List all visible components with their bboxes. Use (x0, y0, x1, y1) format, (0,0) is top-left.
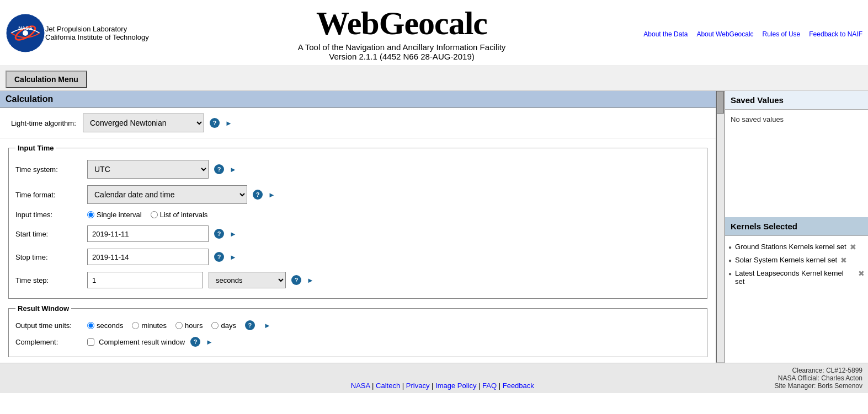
kernel-label-3: Latest Leapseconds Kernel kernel set (735, 269, 855, 286)
feedback-link[interactable]: Feedback to NAIF (809, 30, 862, 38)
kernel-remove-1[interactable]: ✖ (850, 243, 856, 251)
light-time-select[interactable]: Converged Newtonian Newtonian Aberration… (83, 114, 204, 132)
footer-privacy-link[interactable]: Privacy (406, 381, 430, 390)
output-seconds-radio[interactable] (87, 322, 94, 329)
stop-time-label: Stop time: (15, 253, 82, 261)
list-intervals-radio[interactable] (151, 211, 158, 218)
input-time-legend: Input Time (15, 144, 56, 152)
output-seconds-text: seconds (97, 321, 123, 330)
kernel-bullet-3: ● (728, 271, 732, 277)
output-days-radio[interactable] (211, 322, 219, 329)
complement-row: Complement: Complement result window ? ► (15, 334, 700, 350)
kernel-bullet-1: ● (728, 244, 732, 250)
footer-links: NASA | Caltech | Privacy | Image Policy … (110, 381, 775, 390)
calc-menu-button[interactable]: Calculation Menu (6, 71, 87, 88)
top-nav: About the Data About WebGeocalc Rules of… (643, 28, 862, 38)
main-area: Calculation Light-time algorithm: Conver… (0, 91, 868, 363)
input-times-label: Input times: (15, 211, 82, 219)
time-format-label: Time format: (15, 191, 82, 199)
footer-caltech-link[interactable]: Caltech (376, 381, 400, 390)
output-minutes-label[interactable]: minutes (132, 321, 167, 330)
time-step-help-icon[interactable]: ? (291, 275, 301, 285)
start-time-input[interactable] (87, 225, 209, 242)
complement-help-icon[interactable]: ? (190, 337, 200, 347)
complement-label: Complement: (15, 338, 82, 346)
footer-clearance: Clearance: CL#12-5899 (775, 367, 862, 374)
site-subtitle: A Tool of the Navigation and Ancillary I… (160, 42, 644, 52)
output-hours-text: hours (185, 321, 203, 330)
output-hours-label[interactable]: hours (175, 321, 203, 330)
time-format-select[interactable]: Calendar date and time Julian Date Day-o… (87, 185, 247, 204)
time-system-select[interactable]: UTC TDB TDT SCLK (87, 160, 209, 179)
time-system-row: Time system: UTC TDB TDT SCLK ? ► (15, 157, 700, 182)
kernel-item-1: ● Ground Stations Kernels kernel set ✖ (728, 240, 865, 254)
site-version: Version 2.1.1 (4452 N66 28-AUG-2019) (160, 52, 644, 61)
output-days-label[interactable]: days (211, 321, 236, 330)
start-time-row: Start time: ? ► (15, 222, 700, 245)
input-times-row: Input times: Single interval List of int… (15, 207, 700, 222)
input-times-radio-group: Single interval List of intervals (87, 211, 207, 219)
start-time-help-arrow[interactable]: ► (230, 230, 237, 238)
single-interval-text: Single interval (97, 211, 142, 219)
light-time-help-icon[interactable]: ? (210, 118, 220, 128)
output-units-help-arrow[interactable]: ► (264, 321, 271, 330)
saved-values-header: Saved Values (725, 91, 868, 110)
kernel-remove-2[interactable]: ✖ (840, 256, 847, 265)
time-step-label: Time step: (15, 276, 82, 284)
time-step-input[interactable] (87, 272, 203, 288)
list-intervals-label[interactable]: List of intervals (151, 211, 208, 219)
light-time-help-arrow[interactable]: ► (225, 119, 232, 127)
calculation-header: Calculation (0, 91, 716, 108)
right-panel: Saved Values No saved values Kernels Sel… (725, 91, 868, 363)
time-step-row: Time step: seconds minutes hours days we… (15, 268, 700, 292)
scrollbar-track[interactable] (716, 91, 725, 363)
start-time-help-icon[interactable]: ? (214, 229, 224, 239)
kernel-remove-3[interactable]: ✖ (858, 269, 865, 278)
light-time-row: Light-time algorithm: Converged Newtonia… (0, 108, 716, 138)
time-format-help-icon[interactable]: ? (253, 190, 263, 200)
scrollbar-thumb[interactable] (717, 92, 724, 114)
footer-image-policy-link[interactable]: Image Policy (435, 381, 476, 390)
output-hours-radio[interactable] (175, 322, 183, 329)
output-minutes-radio[interactable] (132, 322, 139, 329)
jpl-subtitle: California Institute of Technology (45, 33, 149, 41)
time-format-row: Time format: Calendar date and time Juli… (15, 182, 700, 207)
output-days-text: days (221, 321, 236, 330)
single-interval-label[interactable]: Single interval (87, 211, 142, 219)
complement-checkbox-label[interactable]: Complement result window (87, 338, 185, 346)
list-intervals-text: List of intervals (160, 211, 208, 219)
footer-faq-link[interactable]: FAQ (482, 381, 497, 390)
single-interval-radio[interactable] (87, 211, 94, 218)
time-step-unit-select[interactable]: seconds minutes hours days weeks (209, 272, 286, 288)
kernel-item-3: ● Latest Leapseconds Kernel kernel set ✖ (728, 267, 865, 288)
kernel-label-2: Solar System Kernels kernel set (735, 256, 837, 264)
time-system-help-arrow[interactable]: ► (230, 165, 237, 174)
time-system-help-icon[interactable]: ? (214, 164, 224, 174)
time-format-help-arrow[interactable]: ► (268, 191, 275, 199)
stop-time-help-icon[interactable]: ? (214, 252, 224, 262)
start-time-label: Start time: (15, 230, 82, 238)
scrollbar[interactable] (716, 91, 725, 363)
about-wgc-link[interactable]: About WebGeocalc (696, 30, 753, 38)
complement-help-arrow[interactable]: ► (206, 338, 213, 346)
stop-time-input[interactable] (87, 249, 209, 265)
output-units-help-icon[interactable]: ? (245, 320, 255, 330)
rules-of-use-link[interactable]: Rules of Use (763, 30, 801, 38)
complement-checkbox[interactable] (87, 338, 94, 346)
nasa-logo: NASA (6, 13, 45, 53)
time-step-help-arrow[interactable]: ► (307, 276, 314, 284)
output-seconds-label[interactable]: seconds (87, 321, 123, 330)
footer-nasa-link[interactable]: NASA (351, 381, 370, 390)
kernels-selected-header: Kernels Selected (725, 217, 868, 236)
kernel-label-1: Ground Stations Kernels kernel set (735, 243, 846, 251)
footer-site-manager: Site Manager: Boris Semenov (775, 382, 862, 390)
output-time-units-group: seconds minutes hours days ? (87, 320, 271, 330)
footer-feedback-link[interactable]: Feedback (503, 381, 534, 390)
header: NASA Jet Propulsion Laboratory Californi… (0, 0, 868, 66)
svg-text:NASA: NASA (18, 25, 33, 31)
about-data-link[interactable]: About the Data (643, 30, 688, 38)
stop-time-help-arrow[interactable]: ► (230, 253, 237, 261)
result-window-legend: Result Window (15, 304, 71, 313)
jpl-info: Jet Propulsion Laboratory California Ins… (45, 25, 149, 41)
jpl-title: Jet Propulsion Laboratory (45, 25, 149, 33)
